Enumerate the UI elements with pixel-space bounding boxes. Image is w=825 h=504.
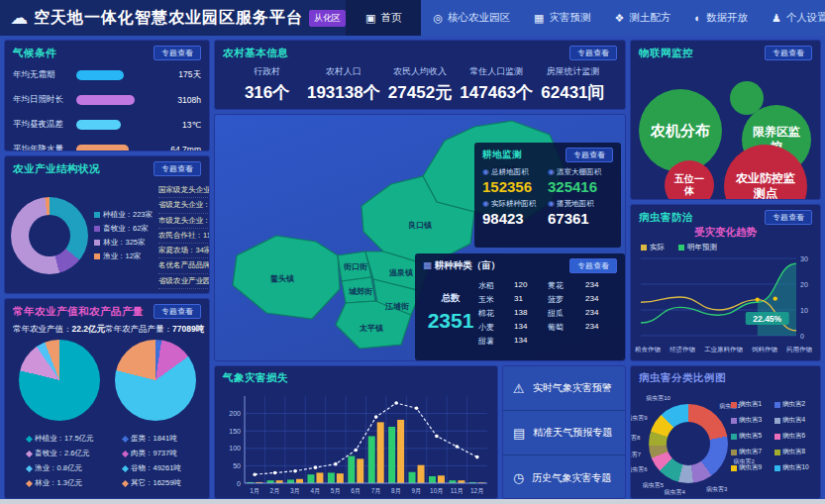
svg-text:9月: 9月 <box>411 487 421 495</box>
output-captions: 常年农业产值：22.2亿元 常年农产品产量：77089吨 <box>5 322 209 338</box>
legend-label: 种植业：17.5亿元 <box>35 434 94 444</box>
town-label[interactable]: 街口街 <box>343 262 367 271</box>
nav-item-首页[interactable]: ▣ 首页 <box>346 0 421 36</box>
legend-label: 林业：325家 <box>103 238 146 248</box>
rural-stat-value: 27452元 <box>381 81 458 104</box>
town-label[interactable]: 江埔街 <box>384 302 409 311</box>
output-body: 种植业：17.5亿元 畜牧业：2.6亿元 渔业：0.8亿元 林业：1.3亿元 蛋… <box>5 338 209 495</box>
legend-item: 种植业：17.5亿元 <box>27 434 94 444</box>
panel-annual-output: 常年农业产值和农产品产量 专题查看 常年农业产值：22.2亿元 常年农产品产量：… <box>4 298 210 499</box>
panel-pest-header: 病虫害防治 专题查看 <box>631 205 820 228</box>
legend-marker <box>678 245 684 251</box>
climate-bar-label: 年均日照时长 <box>13 94 76 106</box>
weather-buttons-column: ⚠ 实时气象灾害预警 ▤ 精准天气预报专题 ◷ 历史气象灾害专题 <box>502 365 626 499</box>
nav-item-个人设置[interactable]: ♟ 个人设置 <box>760 0 825 36</box>
crop-name: 甜瓜 <box>548 308 585 319</box>
output-yield-half: 蛋类：1841吨 肉类：9737吨 谷物：49261吨 其它：16259吨 <box>107 340 203 493</box>
iot-topic-view-button[interactable]: 专题查看 <box>765 46 812 60</box>
climate-bar <box>76 145 159 151</box>
rural-stat-value: 147463个 <box>459 81 535 104</box>
legend-item: 病虫害1 <box>731 400 773 409</box>
weather-button-历史气象灾害专题[interactable]: ◷ 历史气象灾害专题 <box>503 455 625 499</box>
climate-bar-value: 13℃ <box>159 120 201 130</box>
legend-marker <box>94 212 100 218</box>
dashboard-root: ☁ 空天地一体化智慧农业园区服务平台 从化区 ▣ 首页 ◎ 核心农业园区 ▦ 灾… <box>0 0 825 504</box>
rural-stat-label: 农村人口 <box>305 65 381 78</box>
legend-item: 病虫害8 <box>774 448 816 456</box>
panel-pest-pie: 病虫害分类比例图 病虫害1病虫害2病虫害3病虫害4病虫害5病虫害6病虫害7病虫害… <box>630 365 821 499</box>
output-topic-view-button[interactable]: 专题查看 <box>154 304 201 319</box>
rural-topic-view-button[interactable]: 专题查看 <box>569 46 617 60</box>
iot-bubble-五位一体[interactable]: 五位一体 <box>665 160 714 200</box>
legend-label: 病虫害10 <box>782 463 809 472</box>
pest-pie-callout: 病虫害3 <box>706 484 727 493</box>
output-value-legend: 种植业：17.5亿元 畜牧业：2.6亿元 渔业：0.8亿元 林业：1.3亿元 <box>11 429 94 493</box>
land-stat-label: 温室大棚面积 <box>557 167 601 176</box>
panel-disaster-header: 气象灾害损失 <box>215 366 497 388</box>
legend-marker <box>122 479 129 486</box>
industry-legend: 种植业：223家 畜牧业：62家 林业：325家 渔业：12家 <box>94 206 153 265</box>
climate-topic-view-button[interactable]: 专题查看 <box>154 46 201 60</box>
land-stat-label: 总耕地面积 <box>491 167 529 176</box>
legend-label: 种植业：223家 <box>103 210 153 220</box>
pest-pie-callout: 病虫害9 <box>630 413 648 422</box>
town-label[interactable]: 城郊街 <box>348 287 372 296</box>
town-label[interactable]: 太平镇 <box>359 324 383 333</box>
legend-marker <box>731 450 737 455</box>
rural-stat-label: 房屋统计监测 <box>535 65 611 78</box>
panel-pest-control: 病虫害防治 专题查看 受灾变化趋势 实际 明年预测 0 10 20 30 22.… <box>630 204 821 361</box>
land-topic-view-button[interactable]: 专题查看 <box>566 148 613 162</box>
industry-stat: 国家级龙头企业：1家 <box>158 183 210 198</box>
weather-button-label: 精准天气预报专题 <box>533 426 612 440</box>
nav-item-测土配方[interactable]: ❖ 测土配方 <box>602 0 682 36</box>
pest-chart-subtitle: 受灾变化趋势 <box>631 226 820 240</box>
panel-iot-title: 物联网监控 <box>639 47 693 60</box>
window-edge <box>0 499 825 504</box>
industry-stats-list: 国家级龙头企业：1家省级龙头企业：5家市级龙头企业：12家农民合作社：112家家… <box>158 183 210 289</box>
nav-item-label: 数据开放 <box>706 11 748 25</box>
nav-item-灾害预测[interactable]: ▦ 灾害预测 <box>522 0 602 36</box>
industry-topic-view-button[interactable]: 专题查看 <box>154 161 201 176</box>
nav-item-核心农业园区[interactable]: ◎ 核心农业园区 <box>421 0 522 36</box>
legend-label: 渔业：0.8亿元 <box>35 463 82 473</box>
climate-bar-value: 175天 <box>159 69 201 81</box>
crop-name: 玉米 <box>478 294 514 305</box>
svg-text:5月: 5月 <box>331 487 341 495</box>
panel-climate-title: 气候条件 <box>13 47 56 60</box>
industry-stat: 省级龙头企业：5家 <box>158 198 210 213</box>
crop-value: 234 <box>585 294 615 305</box>
nav-item-数据开放[interactable]: ◐ 数据开放 <box>682 0 760 36</box>
pest-x-label: 药用作物 <box>786 346 812 354</box>
panel-district-map: 吕田镇 良口镇 鳌头镇 街口街 温泉镇 城郊街 江埔街 太平镇 耕地监测 专题查… <box>214 114 626 361</box>
clock-icon: ◷ <box>513 470 524 485</box>
rural-stats-row: 行政村 316个 农村人口 193138个 农民人均收入 27452元 常住人口… <box>215 63 625 110</box>
legend-label: 病虫害3 <box>739 416 762 425</box>
town-label[interactable]: 温泉镇 <box>388 268 413 277</box>
output-value-half: 种植业：17.5亿元 畜牧业：2.6亿元 渔业：0.8亿元 林业：1.3亿元 <box>11 340 107 493</box>
legend-label: 谷物：49261吨 <box>131 463 181 473</box>
panel-output-title: 常年农业产值和农产品产量 <box>13 305 144 319</box>
weather-button-实时气象灾害预警[interactable]: ⚠ 实时气象灾害预警 <box>503 366 625 411</box>
legend-marker <box>774 418 780 424</box>
weather-button-精准天气预报专题[interactable]: ▤ 精准天气预报专题 <box>503 411 625 455</box>
iot-bubble-农机分布[interactable]: 农机分布 <box>639 89 722 172</box>
industry-stat: 市级龙头企业：12家 <box>158 214 210 229</box>
soil-formula-icon: ❖ <box>614 12 624 25</box>
svg-text:12月: 12月 <box>470 487 484 495</box>
panel-land-monitor: 耕地监测 专题查看 ◉ 总耕地面积 152356 ◉ 温室大棚面积 325416… <box>474 143 621 248</box>
land-stat-label: 实际耕种面积 <box>491 199 536 208</box>
panel-iot-monitor: 物联网监控 专题查看 农机分布限养区监控五位一体农业防控监测点 <box>630 40 821 200</box>
town-label[interactable]: 良口镇 <box>408 220 432 230</box>
ring-icon: ◉ <box>482 199 489 208</box>
panel-crops-title: ▦ 耕种种类（亩） <box>423 259 500 272</box>
climate-bar-chart: 年均无霜期 175天 年均日照时长 3108h 平均昼夜温差 13℃ 平均年降水… <box>5 63 209 151</box>
crops-topic-view-button[interactable]: 专题查看 <box>569 258 617 273</box>
climate-bar <box>76 95 159 105</box>
town-label[interactable]: 鳌头镇 <box>269 274 294 283</box>
panel-crop-types: ▦ 耕种种类（亩） 专题查看 总数 2351 水稻 120 黄花 234玉米 3… <box>415 253 625 360</box>
report-icon: ▤ <box>513 426 525 441</box>
legend-item: 明年预测 <box>678 243 717 252</box>
legend-item: 谷物：49261吨 <box>123 463 181 473</box>
pest-topic-view-button[interactable]: 专题查看 <box>765 210 812 225</box>
rural-stat-label: 常住人口监测 <box>459 65 535 78</box>
